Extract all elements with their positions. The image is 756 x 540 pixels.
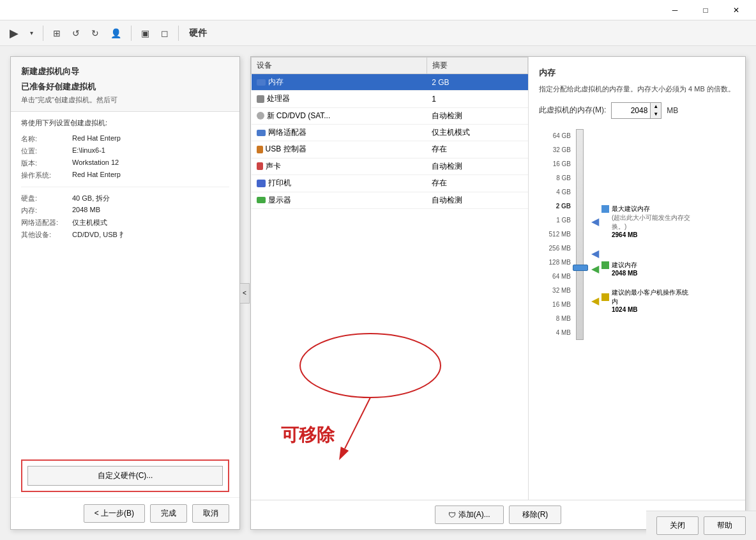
hw-row-memory[interactable]: 内存 2 GB	[252, 74, 528, 91]
label-4mb: 4 MB	[556, 326, 571, 340]
hw-row-printer[interactable]: 打印机 存在	[252, 175, 528, 192]
memory-slider-thumb[interactable]	[573, 265, 588, 271]
memory-slider-section: 64 GB 32 GB 16 GB 8 GB 4 GB 2 GB 1 GB 51…	[539, 129, 735, 340]
hw-row-display[interactable]: 显示器 自动检测	[252, 192, 528, 208]
slider-track-container[interactable]	[573, 129, 586, 340]
usb-icon	[257, 146, 263, 153]
wizard-label-name: 名称:	[21, 133, 72, 145]
hw-cell-sound-device: 声卡	[252, 158, 427, 175]
sound-icon	[257, 162, 263, 170]
wizard-settings-title: 将使用下列设置创建虚拟机:	[21, 118, 229, 128]
label-2gb: 2 GB	[556, 199, 571, 213]
divider-1	[21, 187, 229, 187]
memory-spin-down[interactable]: ▼	[651, 111, 661, 118]
wizard-header: 新建虚拟机向导 已准备好创建虚拟机 单击"完成"创建虚拟机。然后可	[11, 57, 239, 112]
memory-slider-track[interactable]	[576, 129, 584, 340]
cancel-button[interactable]: 取消	[192, 504, 229, 523]
hw-row-dvd[interactable]: 新 CD/DVD (SAT... 自动检测	[252, 107, 528, 125]
help-button[interactable]: 帮助	[704, 516, 746, 535]
memory-title: 内存	[539, 67, 735, 79]
wizard-ready-desc: 单击"完成"创建虚拟机。然后可	[21, 95, 229, 105]
memory-value-input[interactable]	[612, 105, 650, 116]
col-summary: 摘要	[427, 58, 527, 74]
history2-button[interactable]: ↻	[87, 25, 103, 42]
net-device-label: 网络适配器	[257, 127, 306, 138]
wizard-footer: < 上一步(B) 完成 取消	[11, 497, 239, 529]
hw-cell-display-device: 显示器	[252, 192, 427, 208]
min-guest-legend-item: 建议的最小客户机操作系统内	[601, 288, 688, 306]
remove-device-button[interactable]: 移除(R)	[509, 505, 562, 524]
hw-cell-memory-device: 内存	[252, 74, 427, 91]
wizard-customize-area: 自定义硬件(C)...	[21, 459, 229, 492]
print-device-label: 打印机	[257, 178, 291, 189]
close-button[interactable]: ✕	[722, 0, 751, 20]
max-rec-legend-item: 最大建议内存	[601, 204, 701, 213]
wizard-panel: 新建虚拟机向导 已准备好创建虚拟机 单击"完成"创建虚拟机。然后可 将使用下列设…	[10, 56, 240, 530]
memory-description: 指定分配给此虚拟机的内存量。内存大小必须为 4 MB 的倍数。	[539, 84, 735, 95]
collapse-arrow[interactable]: <	[239, 283, 250, 304]
close-window-button[interactable]: 关闭	[656, 516, 699, 535]
hw-row-sound[interactable]: 声卡 自动检测	[252, 158, 528, 175]
min-guest-icon	[601, 293, 609, 301]
hw-cell-dvd-device: 新 CD/DVD (SAT...	[252, 107, 427, 125]
memory-spin-up[interactable]: ▲	[651, 103, 661, 111]
hw-row-cpu[interactable]: 处理器 1	[252, 91, 528, 108]
hw-row-usb[interactable]: USB 控制器 存在	[252, 141, 528, 158]
dropdown-button[interactable]: ▾	[26, 26, 38, 40]
vm-button[interactable]: ⊞	[49, 25, 65, 42]
play-button[interactable]: ▶	[5, 23, 23, 43]
hw-cell-memory-summary: 2 GB	[427, 74, 527, 91]
sound-device-label: 声卡	[257, 161, 281, 172]
view-button[interactable]: ▣	[137, 25, 154, 42]
screen-button[interactable]: ◻	[156, 25, 173, 42]
maximize-button[interactable]: □	[691, 0, 720, 20]
max-recommended-arrow-icon: ◀	[591, 215, 599, 228]
min-guest-label: 建议的最小客户机操作系统内	[612, 288, 688, 306]
wizard-field-disk: 硬盘: 40 GB, 拆分	[21, 192, 229, 204]
label-64mb: 64 MB	[552, 270, 571, 284]
label-16gb: 16 GB	[553, 157, 571, 171]
memory-spinner: ▲ ▼	[650, 103, 661, 118]
wizard-field-other: 其他设备: CD/DVD, USB 扌	[21, 229, 229, 241]
wizard-value-disk: 40 GB, 拆分	[72, 192, 229, 204]
collapse-arrow-icon: <	[243, 289, 246, 297]
memory-input-row: 此虚拟机的内存(M): ▲ ▼ MB	[539, 102, 735, 119]
minimize-button[interactable]: ─	[660, 0, 690, 20]
label-256mb: 256 MB	[549, 242, 571, 256]
memory-settings-panel: 内存 指定分配给此虚拟机的内存量。内存大小必须为 4 MB 的倍数。 此虚拟机的…	[528, 57, 745, 500]
wizard-value-other: CD/DVD, USB 扌	[72, 229, 229, 241]
wizard-ready-title: 已准备好创建虚拟机	[21, 81, 229, 93]
current-mem-row: ◀	[591, 247, 701, 259]
finish-button[interactable]: 完成	[150, 504, 187, 523]
rec-value: 2048 MB	[612, 270, 638, 277]
toolbar: ▶ ▾ ⊞ ↺ ↻ 👤 ▣ ◻ 硬件	[0, 20, 756, 46]
customize-hardware-button[interactable]: 自定义硬件(C)...	[27, 466, 223, 486]
add-device-button[interactable]: 🛡 添加(A)...	[435, 505, 504, 524]
wizard-label-disk: 硬盘:	[21, 192, 72, 204]
content-area: 新建虚拟机向导 已准备好创建虚拟机 单击"完成"创建虚拟机。然后可 将使用下列设…	[0, 46, 756, 540]
hw-row-network[interactable]: 网络适配器 仅主机模式	[252, 125, 528, 141]
wizard-title: 新建虚拟机向导	[21, 66, 229, 77]
wizard-field-name: 名称: Red Hat Enterp	[21, 133, 229, 145]
label-32mb: 32 MB	[552, 284, 571, 298]
hw-cell-display-summary: 自动检测	[427, 192, 527, 208]
hw-cell-usb-summary: 存在	[427, 141, 527, 158]
recommended-legend: 建议内存 2048 MB	[601, 261, 638, 277]
memory-input-box: ▲ ▼	[611, 102, 662, 119]
display-device-label: 显示器	[257, 195, 291, 206]
user-button[interactable]: 👤	[106, 25, 126, 42]
add-btn-label: 添加(A)...	[458, 509, 490, 520]
label-32gb: 32 GB	[553, 143, 571, 157]
label-8gb: 8 GB	[556, 171, 571, 185]
back-button[interactable]: < 上一步(B)	[84, 504, 145, 523]
dvd-device-label: 新 CD/DVD (SAT...	[257, 111, 331, 121]
history-button[interactable]: ↺	[68, 25, 84, 42]
wizard-field-version: 版本: Workstation 12	[21, 157, 229, 169]
max-rec-value: 2964 MB	[612, 231, 701, 238]
hw-table-section: 设备 摘要 内存	[251, 57, 528, 500]
memory-unit: MB	[667, 106, 678, 115]
rec-legend-item: 建议内存	[601, 261, 638, 270]
toolbar-title: 硬件	[189, 27, 207, 39]
usb-device-label: USB 控制器	[257, 144, 306, 155]
hw-cell-cpu-device: 处理器	[252, 91, 427, 108]
